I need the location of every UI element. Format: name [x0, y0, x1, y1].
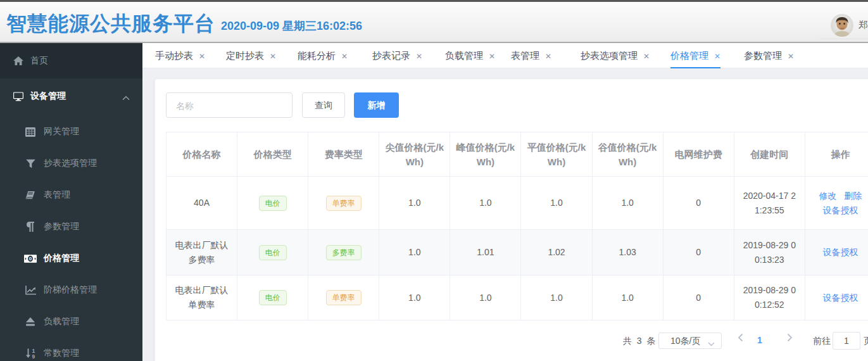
svg-text:0: 0 [29, 256, 32, 262]
svg-text:9: 9 [32, 353, 35, 358]
